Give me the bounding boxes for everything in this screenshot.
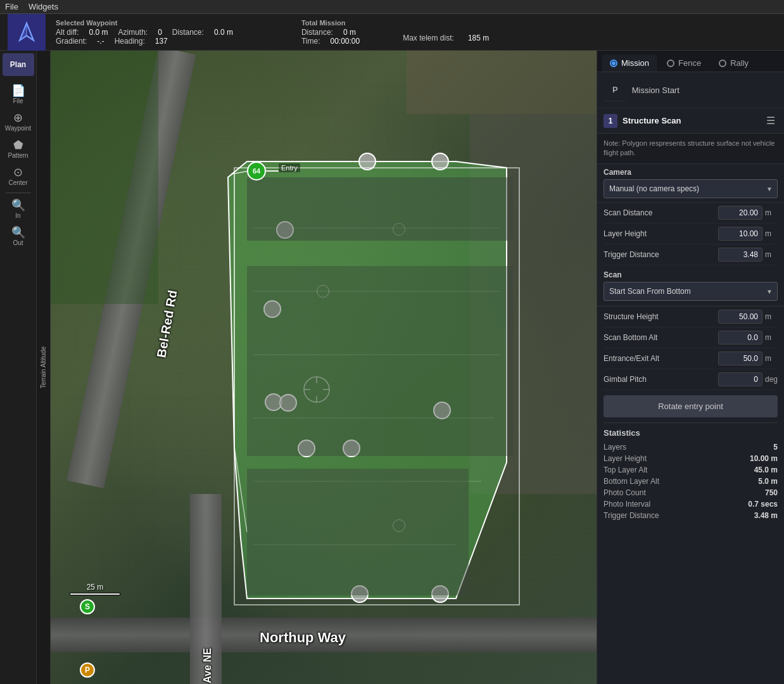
telem-label: Max telem dist: (403, 34, 454, 42)
sidebar-item-zoom-out[interactable]: 🔍 Out (0, 223, 36, 250)
scan-circle-1 (317, 285, 329, 298)
gimbal-pitch-row: Gimbal Pitch deg (604, 369, 778, 390)
structure-scan-header: 1 Structure Scan ☰ (597, 108, 784, 134)
scan-dropdown-row: Start Scan From Bottom ▼ (597, 282, 784, 306)
rotate-entry-button[interactable]: Rotate entry point (604, 395, 778, 417)
main-area: Plan 📄 File ⊕ Waypoint ⬟ Pattern ⊙ Cente… (0, 51, 784, 684)
sidebar-item-pattern[interactable]: ⬟ Pattern (0, 136, 36, 163)
plan-button[interactable]: Plan (3, 53, 34, 76)
building-top-right (407, 51, 597, 114)
scan-distance-unit: m (765, 208, 778, 217)
p-marker: P (80, 662, 95, 678)
alt-diff-val: 0.0 m (89, 28, 108, 37)
note-box: Note: Polygon respresents structure surf… (597, 134, 784, 164)
azimuth-val: 0 (158, 28, 162, 37)
menubar: File Widgets (0, 0, 784, 14)
gradient-label: Gradient: (56, 37, 87, 46)
stat-photo-count-val: 750 (765, 488, 778, 497)
app-logo-icon (15, 21, 38, 44)
parking-lot-right (470, 114, 597, 494)
layer-height-row: Layer Height m (604, 224, 778, 244)
layer-height-input[interactable] (718, 227, 762, 241)
stat-top-layer-row: Top Layer Alt 45.0 m (604, 464, 778, 476)
trigger-distance-input[interactable] (718, 248, 762, 262)
distance-label: Distance: (172, 28, 204, 37)
logo-area (8, 14, 46, 51)
statistics-section: Statistics Layers 5 Layer Height 10.00 m… (597, 423, 784, 526)
center-icon: ⊙ (13, 167, 23, 178)
sidebar-file-label: File (13, 98, 23, 104)
heading-label: Heading: (115, 37, 145, 46)
heading-val: 137 (155, 37, 168, 46)
file-icon: 📄 (11, 85, 25, 96)
sidebar-item-center[interactable]: ⊙ Center (0, 163, 36, 190)
waypoint-1 (276, 221, 294, 239)
scan-dropdown[interactable]: Start Scan From Bottom (604, 282, 778, 301)
stat-trigger-dist-val: 3.48 m (754, 511, 778, 520)
layer-height-label: Layer Height (604, 229, 718, 238)
hamburger-button[interactable]: ☰ (764, 113, 778, 128)
tab-rally-radio (719, 60, 726, 67)
svg-marker-1 (20, 23, 27, 40)
stat-photo-interval-row: Photo Interval 0.7 secs (604, 498, 778, 510)
scan-dropdown-wrapper: Start Scan From Bottom ▼ (604, 282, 778, 301)
stat-photo-count-row: Photo Count 750 (604, 487, 778, 498)
map-area[interactable]: Terrain Altitude (37, 51, 597, 684)
stat-layer-height-key: Layer Height (604, 454, 647, 463)
sidebar-item-file[interactable]: 📄 File (0, 81, 36, 108)
stat-trigger-dist-key: Trigger Distance (604, 511, 659, 520)
tab-mission-label: Mission (621, 58, 649, 68)
scan-distance-row: Scan Distance m (604, 203, 778, 224)
tab-fence-label: Fence (678, 58, 701, 68)
gimbal-pitch-input[interactable] (718, 372, 762, 386)
scan-distance-input[interactable] (718, 206, 762, 220)
left-sidebar: Plan 📄 File ⊕ Waypoint ⬟ Pattern ⊙ Cente… (0, 51, 37, 684)
scan-section-label: Scan (597, 265, 784, 282)
mission-p-label: P (605, 79, 626, 101)
header: Selected Waypoint Alt diff: 0.0 m Azimut… (0, 14, 784, 51)
map-background: 64 Entry Bel-Red Rd Northup Way Ave NE 2… (51, 51, 597, 684)
tab-fence[interactable]: Fence (659, 54, 709, 72)
trigger-distance-unit: m (765, 250, 778, 259)
tab-fence-radio (667, 60, 674, 67)
tab-rally-label: Rally (730, 58, 749, 68)
vegetation-areas (51, 51, 158, 304)
waypoint-3 (431, 153, 449, 170)
camera-dropdown-wrapper: Manual (no camera specs) ▼ (604, 179, 778, 198)
sidebar-item-zoom-in[interactable]: 🔍 In (0, 196, 36, 223)
sidebar-divider (6, 193, 31, 193)
scan-circle-2 (393, 223, 405, 236)
selected-waypoint-group: Selected Waypoint Alt diff: 0.0 m Azimut… (56, 19, 233, 46)
alt-diff-label: Alt diff: (56, 28, 79, 37)
stat-photo-interval-val: 0.7 secs (748, 500, 778, 509)
structure-height-input[interactable] (718, 310, 762, 324)
camera-dropdown[interactable]: Manual (no camera specs) (604, 179, 778, 198)
waypoint-start-64: 64 (247, 162, 266, 180)
stat-layers-val: 5 (773, 443, 778, 452)
scan-bottom-alt-input[interactable] (718, 331, 762, 345)
tab-mission[interactable]: Mission (602, 54, 657, 72)
menu-widgets[interactable]: Widgets (28, 2, 58, 11)
target-reticle-svg (301, 374, 332, 405)
layer-height-unit: m (765, 229, 778, 238)
sidebar-item-waypoint[interactable]: ⊕ Waypoint (0, 108, 36, 136)
road-northup (51, 618, 597, 652)
terrain-altitude-bar: Terrain Altitude (37, 51, 51, 684)
note-text: Note: Polygon respresents structure surf… (604, 139, 775, 156)
entrance-exit-input[interactable] (718, 352, 762, 365)
tab-rally[interactable]: Rally (711, 54, 756, 72)
scan-bottom-alt-row: Scan Bottom Alt m (604, 327, 778, 348)
menu-file[interactable]: File (5, 2, 18, 11)
scan-bottom-alt-unit: m (765, 333, 778, 342)
distance-val: 0.0 m (214, 28, 233, 37)
trigger-distance-row: Trigger Distance m (604, 244, 778, 265)
azimuth-label: Azimuth: (118, 28, 148, 37)
scan-params-section-2: Structure Height m Scan Bottom Alt m Ent… (597, 307, 784, 390)
stat-layers-key: Layers (604, 443, 626, 452)
tab-mission-radio (610, 60, 617, 67)
stat-top-layer-val: 45.0 m (754, 466, 778, 474)
section-title: Structure Scan (623, 116, 764, 125)
waypoint-8 (298, 440, 315, 457)
stat-photo-interval-key: Photo Interval (604, 500, 650, 509)
tab-bar: Mission Fence Rally (597, 51, 784, 72)
